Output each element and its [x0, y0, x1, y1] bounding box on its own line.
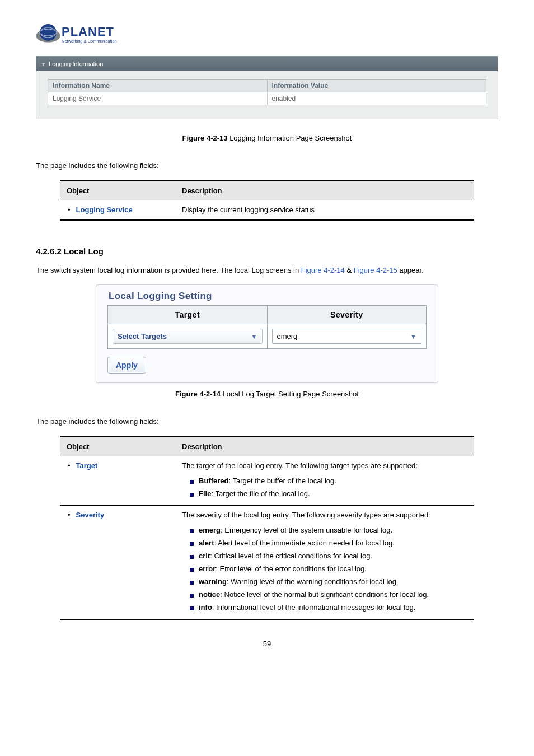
col-object: Object [60, 181, 175, 200]
term-rest: : Target the buffer of the local log. [228, 477, 336, 485]
table-row: Logging Service enabled [48, 92, 486, 105]
logo-subtitle: Networking & Communication [62, 39, 117, 44]
list-item: emerg: Emergency level of the system uns… [182, 524, 467, 536]
target-select[interactable]: Select Targets ▼ [113, 329, 263, 344]
col-description: Description [175, 437, 474, 456]
severity-items-list: emerg: Emergency level of the system uns… [182, 524, 467, 614]
severity-select[interactable]: emerg ▼ [272, 329, 422, 344]
info-value-cell: enabled [267, 92, 486, 105]
list-item: File: Target the file of the local log. [182, 487, 467, 500]
list-item: info: Informational level of the informa… [182, 601, 467, 614]
col-info-name: Information Name [48, 80, 268, 92]
term: warning [199, 577, 227, 586]
figure-caption-4-2-13: Figure 4-2-13 Logging Information Page S… [36, 134, 498, 142]
brand-logo: PLANET Networking & Communication [36, 20, 498, 48]
term-rest: : Critical level of the critical conditi… [210, 552, 372, 560]
figure-link-4-2-15[interactable]: Figure 4-2-15 [354, 266, 397, 274]
col-target: Target [108, 306, 268, 324]
table-row: •Logging Service Display the current log… [60, 200, 474, 220]
section-heading: 4.2.6.2 Local Log [36, 246, 498, 256]
term-rest: : Warning level of the warning condition… [227, 577, 399, 586]
object-table-2: Object Description •Target The target of… [60, 436, 474, 620]
term-rest: : Target the file of the local log. [211, 489, 310, 498]
apply-button[interactable]: Apply [107, 357, 146, 374]
object-table-1: Object Description •Logging Service Disp… [60, 180, 474, 221]
target-items-list: Buffered: Target the buffer of the local… [182, 474, 467, 500]
term: Buffered [199, 477, 228, 485]
object-desc: Display the current logging service stat… [175, 200, 474, 220]
panel-title: Logging Information [49, 60, 103, 67]
figure-link-4-2-14[interactable]: Figure 4-2-14 [301, 266, 345, 274]
term: crit [199, 552, 210, 560]
term: alert [199, 539, 214, 547]
target-lead: The target of the local log entry. The f… [182, 461, 418, 470]
table-row: •Target The target of the local log entr… [60, 456, 474, 506]
collapse-icon: ▾ [42, 61, 45, 67]
info-name-cell: Logging Service [48, 92, 268, 105]
ll-title: Local Logging Setting [109, 291, 427, 302]
list-item: Buffered: Target the buffer of the local… [182, 474, 467, 487]
term: info [199, 603, 212, 612]
panel-titlebar[interactable]: ▾ Logging Information [36, 57, 498, 71]
list-item: warning: Warning level of the warning co… [182, 575, 467, 588]
local-log-intro: The switch system local log information … [36, 266, 498, 274]
term-rest: : Error level of the error conditions fo… [216, 564, 367, 573]
col-info-value: Information Value [267, 80, 486, 92]
list-item: alert: Alert level of the immediate acti… [182, 536, 467, 549]
term: emerg [199, 526, 221, 534]
severity-select-value: emerg [277, 332, 298, 340]
term-rest: : Alert level of the immediate action ne… [214, 539, 394, 547]
list-item: notice: Notice level of the normal but s… [182, 588, 467, 601]
figure-caption-4-2-14: Figure 4-2-14 Local Log Target Setting P… [36, 390, 498, 398]
term-rest: : Informational level of the information… [212, 603, 415, 612]
target-select-value: Select Targets [118, 332, 167, 340]
term-rest: : Emergency level of the system unsable … [221, 526, 392, 534]
svg-point-1 [40, 24, 57, 41]
logging-info-table: Information Name Information Value Loggi… [48, 79, 486, 105]
list-item: error: Error level of the error conditio… [182, 562, 467, 575]
chevron-down-icon: ▼ [251, 333, 257, 340]
list-item: crit: Critical level of the critical con… [182, 549, 467, 562]
bullet-icon: • [68, 511, 71, 519]
local-logging-grid: Target Severity Select Targets ▼ emerg ▼ [107, 305, 427, 349]
term: error [199, 564, 216, 573]
object-name: Logging Service [76, 206, 133, 214]
fields-intro-2: The page includes the following fields: [36, 417, 498, 426]
col-description: Description [175, 181, 474, 200]
table-row: •Severity The severity of the local log … [60, 506, 474, 620]
page-number: 59 [36, 640, 498, 648]
fields-intro-1: The page includes the following fields: [36, 161, 498, 170]
logging-info-panel: ▾ Logging Information Information Name I… [36, 56, 498, 119]
term: File [199, 489, 211, 498]
col-object: Object [60, 437, 175, 456]
object-name: Severity [76, 511, 105, 519]
term: notice [199, 590, 220, 599]
bullet-icon: • [68, 206, 71, 214]
col-severity: Severity [267, 306, 427, 324]
bullet-icon: • [68, 461, 71, 470]
term-rest: : Notice level of the normal but signifi… [220, 590, 429, 599]
logo-word: PLANET [62, 25, 114, 39]
object-name: Target [76, 461, 98, 470]
local-logging-setting-box: Local Logging Setting Target Severity Se… [96, 284, 438, 383]
severity-lead: The severity of the local log entry. The… [182, 511, 430, 519]
chevron-down-icon: ▼ [410, 333, 416, 340]
